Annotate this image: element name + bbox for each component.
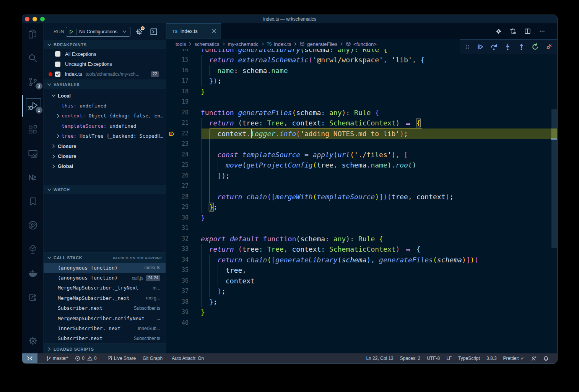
code-token: (: [474, 256, 478, 264]
debug-breakpoint-current-icon[interactable]: [169, 131, 175, 137]
close-window-button[interactable]: [25, 17, 29, 21]
stack-frame-row[interactable]: (anonymous function)call.js74:24: [44, 273, 166, 283]
disconnect-button[interactable]: [545, 43, 553, 50]
breadcrumb-item[interactable]: tools: [176, 41, 186, 47]
language-mode-status[interactable]: TypeScript: [458, 356, 480, 361]
feedback-status[interactable]: [531, 356, 537, 361]
explorer-icon[interactable]: [28, 29, 38, 39]
errors-status[interactable]: 0: [75, 356, 85, 361]
breakpoint-item[interactable]: All Exceptions: [44, 49, 166, 59]
scope-row[interactable]: Global: [44, 161, 166, 171]
code-token: ': [395, 130, 400, 138]
chevron-right-icon[interactable]: [51, 154, 56, 159]
breadcrumb-item[interactable]: my-schematic: [228, 41, 259, 47]
docker-icon[interactable]: [28, 268, 38, 278]
stack-frame-row[interactable]: InnerSubscriber._nextInnerSub...: [44, 323, 166, 333]
encoding-status[interactable]: UTF-8: [427, 356, 440, 361]
step-out-button[interactable]: [518, 43, 525, 50]
loaded-scripts-section-header[interactable]: LOADED SCRIPTS: [44, 343, 166, 353]
stack-frame-row[interactable]: Subscriber.nextSubscriber.ts: [44, 333, 166, 343]
chevron-right-icon[interactable]: [55, 133, 61, 139]
notifications-status[interactable]: [543, 356, 549, 361]
variable-row[interactable]: templateSource: undefined: [44, 121, 166, 131]
sync-changes-icon[interactable]: [510, 28, 516, 34]
close-tab-icon[interactable]: [211, 28, 217, 34]
tab-index-ts[interactable]: TS index.ts: [166, 23, 221, 39]
git-branch-status[interactable]: master*: [46, 356, 68, 361]
breakpoint-item[interactable]: index.tstools/schematics/my-sch...22: [44, 69, 166, 79]
stack-frame-row[interactable]: Subscriber.nextSubscriber.ts: [44, 303, 166, 313]
start-debug-icon[interactable]: [69, 29, 73, 34]
auto-attach-status[interactable]: Auto Attach: On: [172, 356, 204, 361]
bracket-scope-line-top: [210, 128, 422, 129]
titlebar[interactable]: index.ts — wrkschematics: [22, 15, 557, 23]
chevron-right-icon[interactable]: [55, 113, 61, 119]
variable-row[interactable]: context: Object {debug: false, en…: [44, 111, 166, 121]
variable-row[interactable]: tree: HostTree {_backend: ScopedH…: [44, 131, 166, 141]
remote-explorer-icon[interactable]: [28, 149, 38, 159]
scope-row[interactable]: Closure: [44, 151, 166, 161]
stack-frame-row[interactable]: (anonymous function)index.ts: [44, 263, 166, 273]
code-token: tree: [242, 119, 259, 127]
restart-button[interactable]: [532, 43, 539, 50]
variables-section-header[interactable]: VARIABLES: [44, 80, 166, 89]
cursor-position-status[interactable]: Ln 22, Col 13: [366, 356, 393, 361]
dropdown-separator: [76, 29, 76, 35]
extensions-icon[interactable]: [28, 125, 38, 135]
launch-configuration-dropdown[interactable]: No Configurations: [66, 27, 130, 37]
ts-version-status[interactable]: 3.8.3: [486, 356, 497, 361]
call-stack-section-header[interactable]: CALL STACKPAUSED ON BREAKPOINT: [44, 252, 166, 263]
errors-label: 0: [82, 356, 85, 361]
code-editor[interactable]: 14function generateLibrary(schema: any):…: [166, 49, 557, 353]
scope-row[interactable]: Closure: [44, 141, 166, 151]
code-lines: 14function generateLibrary(schema: any):…: [166, 49, 557, 328]
code-token: SchematicContext: [329, 245, 395, 253]
code-token: (: [309, 56, 313, 64]
step-into-button[interactable]: [504, 43, 511, 50]
minimize-window-button[interactable]: [33, 17, 37, 21]
more-actions-icon[interactable]: [539, 28, 545, 34]
configure-gear-button[interactable]: [135, 28, 143, 36]
debug-console-button[interactable]: [150, 28, 157, 35]
continue-button[interactable]: [477, 43, 484, 50]
prettier-status[interactable]: Prettier: ✓: [503, 356, 524, 361]
breakpoint-checkbox[interactable]: [55, 51, 60, 57]
remote-indicator[interactable]: [22, 353, 37, 363]
watch-section-header[interactable]: WATCH: [44, 185, 166, 194]
chevron-right-icon[interactable]: [51, 164, 56, 169]
line-number: 35: [166, 265, 201, 276]
breadcrumb-item[interactable]: <function>: [353, 41, 377, 47]
scope-row[interactable]: Local: [44, 91, 166, 101]
breadcrumb-item[interactable]: index.ts: [274, 41, 291, 47]
manage-gear-icon[interactable]: [28, 336, 38, 346]
chevron-right-icon[interactable]: [51, 143, 56, 149]
eol-status[interactable]: LF: [446, 356, 452, 361]
breakpoint-item[interactable]: Uncaught Exceptions: [44, 59, 166, 69]
breakpoint-checkbox[interactable]: [55, 72, 60, 77]
indentation-status[interactable]: Spaces: 2: [400, 356, 420, 361]
breadcrumb-item[interactable]: generateFiles: [307, 41, 337, 47]
breadcrumb-item[interactable]: schematics: [194, 41, 219, 47]
project-share-icon[interactable]: [28, 292, 38, 302]
search-icon[interactable]: [28, 53, 38, 63]
breakpoint-checkbox[interactable]: [55, 62, 60, 67]
warnings-status[interactable]: 0: [87, 356, 97, 361]
nx-console-icon[interactable]: [28, 172, 38, 182]
split-editor-icon[interactable]: [524, 28, 531, 34]
zoom-window-button[interactable]: [40, 17, 45, 21]
test-explorer-icon[interactable]: [28, 244, 38, 254]
editor-scrollbar[interactable]: [551, 49, 557, 353]
open-changes-icon[interactable]: [495, 28, 502, 34]
git-graph-status[interactable]: Git Graph: [143, 356, 163, 361]
chevron-down-icon[interactable]: [51, 93, 56, 98]
stack-frame-row[interactable]: MergeMapSubscriber._nextmerg...: [44, 293, 166, 303]
step-over-button[interactable]: [490, 43, 498, 50]
bookmarks-icon[interactable]: [28, 197, 38, 207]
breakpoints-section-header[interactable]: BREAKPOINTS: [44, 40, 166, 49]
stack-frame-row[interactable]: MergeMapSubscriber._tryNextm...: [44, 283, 166, 293]
variable-row[interactable]: this: undefined: [44, 101, 166, 111]
indent-guide: [201, 160, 202, 171]
stack-frame-row[interactable]: MergeMapSubscriber.notifyNext...: [44, 313, 166, 323]
git-graph-icon[interactable]: [28, 220, 38, 230]
live-share-status[interactable]: Live Share: [107, 356, 136, 361]
